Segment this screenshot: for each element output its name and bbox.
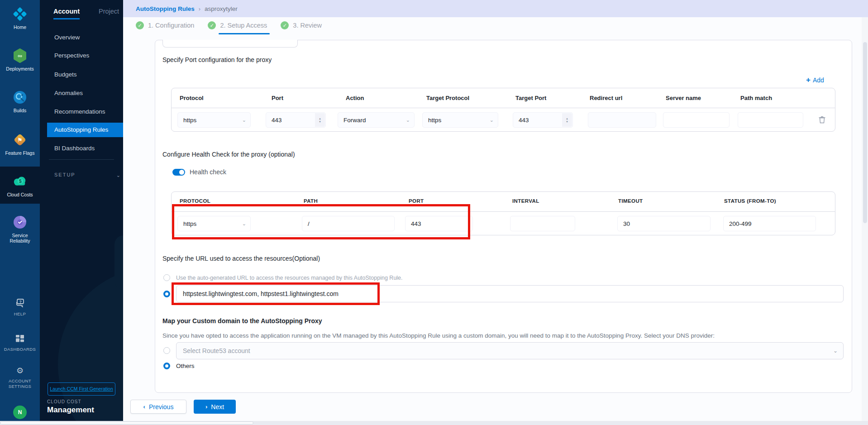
sidebar-item-bi-dashboards[interactable]: BI Dashboards (40, 142, 123, 155)
gear-icon: ⚙ (12, 366, 28, 376)
health-check-toggle[interactable] (172, 169, 185, 176)
ccm-sidebar: Account Project Overview Perspectives Bu… (40, 0, 123, 425)
hc-timeout-value: 30 (623, 220, 630, 227)
auto-url-radio-label[interactable]: Use the auto-generated URL to access the… (176, 275, 403, 281)
tab-account[interactable]: Account (53, 8, 80, 19)
trash-icon (819, 116, 825, 124)
target-port-input[interactable]: 443 ▴ ▾ (513, 112, 573, 128)
dns-section-title: Map your Custom domain to the AutoStoppi… (162, 317, 322, 325)
hc-port-input[interactable]: 443 (405, 216, 473, 231)
protocol-select[interactable]: https ⌄ (177, 112, 251, 128)
rail-module-service-reliability[interactable]: Service Reliability (0, 215, 40, 244)
col-hc-path: PATH (304, 198, 318, 204)
vertical-scrollbar-thumb[interactable] (863, 42, 867, 223)
rail-item-dashboards[interactable]: DASHBOARDS (0, 334, 40, 352)
chevron-left-icon: ‹ (143, 403, 145, 410)
health-table-row: https ⌄ / 443 30 200-499 (172, 212, 835, 235)
rail-module-builds[interactable]: Builds (0, 90, 40, 113)
rail-module-feature-flags[interactable]: ⚑ Feature Flags (0, 132, 40, 156)
action-value: Forward (343, 117, 366, 124)
target-protocol-select[interactable]: https ⌄ (422, 112, 498, 128)
port-table-row: https ⌄ 443 ▴ ▾ Forward ⌄ https ⌄ (172, 108, 835, 132)
help-chat-icon: ? (12, 298, 28, 309)
previous-button[interactable]: ‹ Previous (130, 400, 186, 414)
hc-status-input[interactable]: 200-499 (723, 216, 816, 231)
module-rail: Home ∞ Deployments Builds (0, 0, 40, 425)
tab-project[interactable]: Project (99, 8, 119, 19)
port-config-title: Specify Port configuration for the proxy (162, 56, 272, 63)
number-spinner[interactable]: ▴ ▾ (562, 113, 572, 127)
sidebar-item-overview[interactable]: Overview (40, 31, 123, 44)
step-check-icon: ✓ (136, 21, 144, 29)
rail-item-help[interactable]: ? HELP (0, 298, 40, 317)
rail-module-label: Builds (0, 108, 40, 113)
hc-protocol-select[interactable]: https ⌄ (177, 216, 251, 231)
chevron-down-icon: ⌄ (833, 348, 838, 354)
chevron-right-icon: › (205, 403, 207, 410)
route53-radio[interactable] (163, 347, 170, 354)
port-table-header: Protocol Port Action Target Protocol Tar… (172, 88, 835, 108)
rail-module-label: Home (0, 24, 40, 30)
sidebar-divider (49, 159, 114, 160)
add-port-row-button[interactable]: + Add (806, 76, 824, 85)
route53-account-select[interactable]: Select Route53 account ⌄ (176, 342, 844, 359)
chevron-down-icon: ⌄ (242, 221, 246, 227)
health-check-table: PROTOCOL PATH PORT INTERVAL TIMEOUT STAT… (171, 191, 835, 235)
scrolled-input-remnant (162, 40, 298, 48)
step-setup-access[interactable]: ✓ 2. Setup Access (208, 21, 267, 29)
user-avatar[interactable]: N (13, 406, 27, 419)
deployments-icon: ∞ (12, 48, 28, 63)
server-name-input[interactable] (663, 112, 730, 128)
delete-row-button[interactable] (819, 116, 825, 125)
action-select[interactable]: Forward ⌄ (338, 112, 415, 128)
number-spinner[interactable]: ▴ ▾ (315, 113, 325, 127)
rail-module-label: Cloud Costs (0, 192, 40, 197)
step-check-icon: ✓ (281, 21, 289, 29)
horizontal-scrollbar[interactable] (0, 421, 868, 425)
custom-url-input[interactable] (176, 285, 844, 302)
sidebar-item-anomalies[interactable]: Anomalies (40, 86, 123, 100)
others-radio-label[interactable]: Others (176, 363, 195, 369)
horizontal-scrollbar-thumb[interactable] (0, 421, 253, 425)
others-radio[interactable] (163, 363, 170, 369)
breadcrumb-autostopping-rules[interactable]: AutoStopping Rules (136, 5, 195, 12)
sidebar-item-autostopping-rules[interactable]: AutoStopping Rules (47, 123, 123, 137)
previous-label: Previous (149, 403, 173, 411)
rail-module-home[interactable]: Home (0, 6, 40, 30)
breadcrumb-current: asproxytyler (205, 5, 238, 12)
custom-url-radio[interactable] (163, 291, 170, 297)
rail-item-account-settings[interactable]: ⚙ ACCOUNT SETTINGS (0, 366, 40, 389)
step-review[interactable]: ✓ 3. Review (281, 21, 322, 29)
spinner-up-icon: ▴ (319, 117, 321, 120)
health-check-title: Configure Health Check for the proxy (op… (162, 151, 295, 158)
rail-module-cloud-costs[interactable]: $ Cloud Costs (0, 167, 40, 204)
rail-module-deployments[interactable]: ∞ Deployments (0, 48, 40, 72)
hc-interval-input[interactable] (510, 216, 575, 231)
hc-port-value: 443 (411, 220, 421, 227)
target-port-value: 443 (519, 117, 529, 124)
dns-section-description: Since you have opted to access the appli… (162, 332, 715, 339)
route53-placeholder: Select Route53 account (183, 347, 250, 354)
health-check-toggle-label: Health check (190, 168, 226, 176)
rail-item-label: DASHBOARDS (0, 347, 40, 352)
step-check-icon: ✓ (208, 21, 216, 29)
wizard-steps: ✓ 1. Configuration ✓ 2. Setup Access ✓ 3… (136, 21, 335, 29)
auto-url-radio[interactable] (163, 274, 170, 281)
redirect-url-input[interactable] (588, 112, 656, 128)
hc-path-input[interactable]: / (302, 216, 395, 231)
sidebar-item-perspectives[interactable]: Perspectives (40, 49, 123, 62)
port-input[interactable]: 443 ▴ ▾ (266, 112, 326, 128)
sidebar-item-budgets[interactable]: Budgets (40, 68, 123, 81)
launch-ccm-first-gen-button[interactable]: Launch CCM First Generation (48, 382, 115, 396)
col-target-protocol: Target Protocol (426, 95, 469, 101)
sidebar-setup-group[interactable]: SETUP ⌄ (54, 172, 114, 177)
toggle-knob (179, 170, 184, 175)
next-button[interactable]: › Next (194, 400, 236, 414)
vertical-scrollbar[interactable] (862, 17, 868, 421)
step-configuration[interactable]: ✓ 1. Configuration (136, 21, 194, 29)
sidebar-item-recommendations[interactable]: Recommendations (40, 105, 123, 119)
protocol-value: https (183, 117, 196, 124)
hc-timeout-input[interactable]: 30 (617, 216, 711, 231)
breadcrumb-separator-icon: › (199, 5, 200, 12)
path-match-input[interactable] (738, 112, 803, 128)
